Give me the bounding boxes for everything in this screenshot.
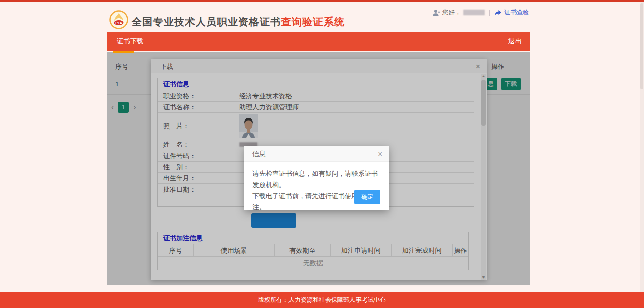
- cert-verify-link[interactable]: 证书查验: [504, 8, 529, 17]
- annotation-section-title: 证书加注信息: [158, 232, 468, 244]
- info-dialog-close-icon[interactable]: ×: [378, 146, 382, 162]
- row-value: 助理人力资源管理师: [234, 103, 299, 112]
- user-icon: [433, 9, 440, 16]
- annot-col-done-time: 加注完成时间: [392, 244, 453, 256]
- certificate-photo: [239, 114, 258, 138]
- no-data-text: 无数据: [158, 257, 468, 270]
- confirm-button[interactable]: 确定: [354, 190, 380, 204]
- row-label: 姓 名：: [158, 139, 234, 150]
- row-label: 出生年月：: [158, 173, 234, 183]
- info-dialog-message: 请先检查证书信息，如有疑问，请联系证书发放机构。 下载电子证书前，请先进行证书使…: [244, 162, 389, 213]
- pta-logo-text: PTA: [115, 21, 122, 25]
- info-dialog-title: 信息: [252, 150, 266, 158]
- row-label: 证书名称：: [158, 102, 234, 112]
- modal-scrollbar[interactable]: ▲ ▼: [481, 74, 486, 280]
- row-label: 照 片：: [158, 113, 234, 139]
- page: PTA 全国专业技术人员职业资格证书查询验证系统 您好， | 证书查验 证书下载…: [0, 0, 644, 308]
- download-modal-title: 下载: [160, 63, 173, 70]
- download-modal-header: 下载 ×: [151, 59, 487, 73]
- annotation-table-header: 序号 使用场景 有效期至 加注申请时间 加注完成时间 操作: [158, 244, 468, 257]
- row-label: 证件号码：: [158, 150, 234, 161]
- row-label: [158, 195, 234, 206]
- scene-annotate-button[interactable]: [251, 213, 296, 228]
- user-area: 您好， | 证书查验: [433, 8, 529, 17]
- active-tab-indicator: [113, 51, 134, 53]
- info-dialog-message-line1: 请先检查证书信息，如有疑问，请联系证书发放机构。: [252, 168, 380, 191]
- row-label: 批准日期：: [158, 184, 234, 195]
- annot-col-action: 操作: [453, 244, 468, 256]
- row-value: 经济专业技术资格: [234, 91, 292, 101]
- scroll-up-icon[interactable]: ▲: [481, 74, 486, 78]
- row-value: [234, 114, 258, 138]
- greeting-text: 您好，: [442, 8, 461, 17]
- row-label: 职业资格：: [158, 90, 234, 101]
- page-title: 全国专业技术人员职业资格证书查询验证系统: [132, 15, 345, 29]
- copyright-text: 版权所有：人力资源和社会保障部人事考试中心: [258, 296, 386, 303]
- annot-col-apply-time: 加注申请时间: [331, 244, 392, 256]
- page-title-accent: 查询验证系统: [281, 16, 345, 27]
- annot-col-scene: 使用场景: [194, 244, 275, 256]
- logout-button[interactable]: 退出: [508, 32, 522, 51]
- share-arrow-icon: [494, 9, 502, 16]
- annot-col-valid-until: 有效期至: [275, 244, 331, 256]
- page-title-main: 全国专业技术人员职业资格证书: [132, 16, 281, 27]
- annotation-section: 证书加注信息 序号 使用场景 有效期至 加注申请时间 加注完成时间 操作 无数据: [157, 232, 469, 270]
- user-name-redacted: [463, 10, 485, 15]
- cert-row-cert-name: 证书名称： 助理人力资源管理师: [158, 102, 474, 113]
- pta-logo-icon: PTA: [109, 10, 128, 29]
- divider: |: [489, 9, 490, 16]
- modal-scrollbar-thumb[interactable]: [481, 80, 486, 126]
- footer: 版权所有：人力资源和社会保障部人事考试中心: [0, 292, 644, 308]
- row-label: 性 别：: [158, 162, 234, 172]
- cert-row-qualification: 职业资格： 经济专业技术资格: [158, 90, 474, 102]
- navbar: 证书下载 退出: [107, 32, 530, 51]
- page-scrollbar[interactable]: [640, 2, 644, 292]
- cert-row-photo: 照 片：: [158, 113, 474, 139]
- cert-info-section-title: 证书信息: [158, 78, 474, 90]
- info-dialog-header: 信息 ×: [244, 146, 389, 162]
- scroll-down-icon[interactable]: ▼: [481, 275, 486, 279]
- annot-col-seq: 序号: [158, 244, 194, 256]
- site-header: PTA 全国专业技术人员职业资格证书查询验证系统 您好， | 证书查验: [107, 2, 530, 32]
- download-modal-close-icon[interactable]: ×: [476, 59, 480, 73]
- tab-cert-download[interactable]: 证书下载: [117, 32, 143, 51]
- page-scrollbar-thumb[interactable]: [640, 3, 643, 89]
- top-accent-bar: [0, 0, 644, 2]
- info-dialog: 信息 × 请先检查证书信息，如有疑问，请联系证书发放机构。 下载电子证书前，请先…: [244, 146, 389, 210]
